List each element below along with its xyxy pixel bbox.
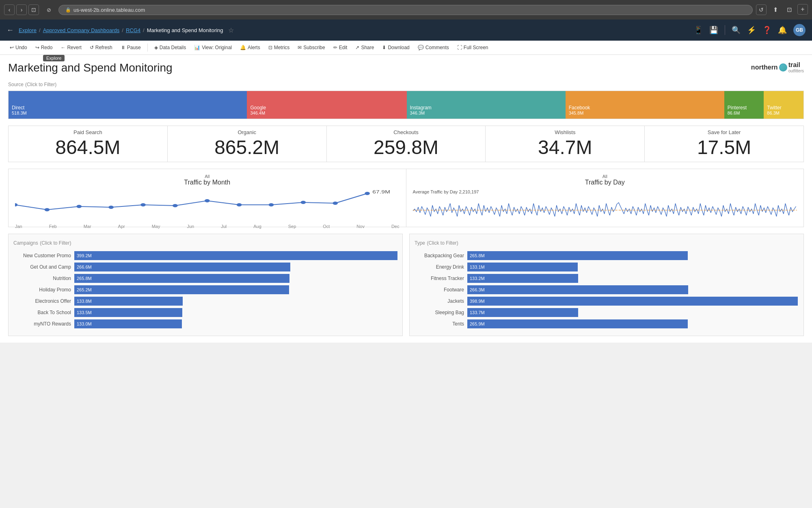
campaign-bar-value: 133.8M [77, 299, 92, 304]
source-bar[interactable]: Direct518.3MGoogle346.4MInstagram346.3MF… [8, 91, 804, 119]
month-label: Dec [391, 224, 400, 229]
type-bar-row[interactable]: Footware266.3M [415, 285, 799, 294]
type-bar-row[interactable]: Energy Drink133.1M [415, 263, 799, 271]
reload-button[interactable]: ↺ [756, 4, 767, 15]
data-details-button[interactable]: ◈ Data Details [151, 43, 189, 52]
page-title: Marketing and Spend Monitoring [8, 61, 173, 74]
full-screen-button[interactable]: ⛶ Full Screen [454, 43, 492, 52]
avg-traffic-label: Average Traffic by Day 2,210,197 [413, 189, 797, 194]
source-segment-value: 86.6M [728, 111, 761, 115]
bar-chart-icon: 📊 [194, 45, 200, 50]
campaign-bar-row[interactable]: New Customer Promo399.2M [13, 251, 397, 260]
campaign-bar-row[interactable]: Electronics Offer133.8M [13, 297, 397, 306]
share-button[interactable]: ↗ Share [352, 43, 377, 52]
campaign-bar-value: 265.2M [77, 287, 92, 292]
metrics-button[interactable]: ⊡ Metrics [265, 43, 293, 52]
save-icon[interactable]: 💾 [709, 26, 718, 35]
new-tab-button[interactable]: + [797, 4, 808, 15]
type-label: Sleeping Bag [415, 310, 467, 315]
edit-button[interactable]: ✏ Edit [330, 43, 351, 52]
type-bar-track: 266.3M [467, 285, 799, 294]
address-bar[interactable]: 🔒 us-west-2b.online.tableau.com [58, 5, 753, 15]
campaigns-title: Campaigns (Click to Filter) [13, 239, 397, 246]
source-segment-google[interactable]: Google346.4M [247, 91, 406, 119]
favorite-star-icon[interactable]: ☆ [228, 26, 234, 34]
type-bar-track: 133.7M [467, 308, 799, 317]
campaign-bar-track: 265.8M [74, 274, 397, 283]
traffic-month-main-label: Traffic by Month [184, 179, 230, 186]
month-label: Sep [288, 224, 296, 229]
user-avatar[interactable]: GB [793, 24, 806, 36]
type-bar-row[interactable]: Jackets398.9M [415, 297, 799, 306]
view-original-button[interactable]: 📊 View: Original [191, 43, 235, 52]
breadcrumb-approved[interactable]: Approved Company Dashboards [43, 27, 120, 33]
refresh-button[interactable]: ↺ Refresh [86, 43, 116, 52]
redo-button[interactable]: ↪ Redo [32, 43, 56, 52]
main-content: Marketing and Spend Monitoring northern … [0, 55, 812, 343]
mobile-view-icon[interactable]: 📱 [694, 26, 703, 35]
redo-icon: ↪ [35, 45, 39, 50]
source-segment-pinterest[interactable]: Pinterest86.6M [724, 91, 764, 119]
notifications-icon[interactable]: 🔔 [778, 26, 787, 35]
type-bar-row[interactable]: Backpacking Gear265.8M [415, 251, 799, 260]
type-label: Backpacking Gear [415, 253, 467, 258]
pause-button[interactable]: ⏸ Pause [117, 43, 144, 52]
source-segment-twitter[interactable]: Twitter86.3M [764, 91, 803, 119]
breadcrumb-sep-2: / [122, 27, 123, 33]
type-bar-row[interactable]: Fitness Tracker133.2M [415, 274, 799, 283]
subscribe-button[interactable]: ✉ Subscribe [294, 43, 328, 52]
source-segment-name: Instagram [410, 105, 562, 111]
campaign-bar-fill: 133.5M [74, 308, 182, 317]
breadcrumb-current-page: Marketing and Spend Monitoring [147, 27, 223, 33]
kpi-checkouts: Checkouts259.8M [327, 126, 486, 162]
metrics-icon: ⊡ [268, 45, 272, 50]
campaign-bar-row[interactable]: Back To School133.5M [13, 308, 397, 317]
shield-icon[interactable]: ⊘ [42, 3, 55, 16]
type-bar-row[interactable]: Sleeping Bag133.7M [415, 308, 799, 317]
source-segment-name: Twitter [767, 105, 800, 111]
type-title: Type (Click to Filter) [415, 239, 799, 246]
alerts-button[interactable]: 🔔 Alerts [237, 43, 263, 52]
source-segment-name: Facebook [569, 105, 721, 111]
help-icon[interactable]: ❓ [762, 26, 771, 35]
type-bar-value: 266.3M [470, 287, 485, 292]
tab-view-button[interactable]: ⊡ [28, 4, 39, 15]
source-segment-direct[interactable]: Direct518.3M [9, 91, 247, 119]
reading-mode-button[interactable]: ⊡ [784, 4, 795, 15]
type-title-text: Type [415, 240, 425, 246]
month-label: Mar [84, 224, 91, 229]
back-button[interactable]: ‹ [4, 4, 15, 15]
undo-button[interactable]: ↩ Undo [6, 43, 30, 52]
search-icon[interactable]: 🔍 [732, 26, 741, 35]
edit-icon: ✏ [333, 45, 337, 50]
logo-sub: outfitters [788, 69, 804, 73]
star-notifications-icon[interactable]: ⚡ [747, 26, 756, 35]
type-bar-row[interactable]: Tents265.9M [415, 319, 799, 328]
download-icon: ⬇ [382, 45, 386, 50]
campaign-label: Nutrition [13, 276, 74, 281]
campaign-bar-row[interactable]: myNTO Rewards133.0M [13, 319, 397, 328]
campaign-bar-row[interactable]: Nutrition265.8M [13, 274, 397, 283]
svg-point-4 [140, 203, 146, 206]
comments-button[interactable]: 💬 Comments [415, 43, 452, 52]
source-segment-facebook[interactable]: Facebook345.8M [566, 91, 724, 119]
type-bar-fill: 265.8M [467, 251, 688, 260]
logo-area: northern trail outfitters [751, 61, 804, 73]
svg-point-7 [237, 203, 242, 206]
revert-button[interactable]: ← Revert [57, 43, 84, 52]
browser-nav-buttons: ‹ › ⊡ [4, 4, 39, 15]
campaign-bar-row[interactable]: Holiday Promo265.2M [13, 285, 397, 294]
share-browser-button[interactable]: ⬆ [770, 4, 781, 15]
svg-point-5 [173, 204, 178, 207]
breadcrumb-rcg4[interactable]: RCG4 [126, 27, 140, 33]
download-button[interactable]: ⬇ Download [379, 43, 412, 52]
breadcrumb-back-arrow[interactable]: ← [6, 26, 14, 35]
campaign-bar-row[interactable]: Get Out and Camp266.6M [13, 263, 397, 271]
breadcrumb-explore[interactable]: Explore [19, 27, 37, 33]
type-bar-track: 265.8M [467, 251, 799, 260]
svg-text:67.9M: 67.9M [372, 190, 390, 194]
forward-button[interactable]: › [16, 4, 27, 15]
type-label: Energy Drink [415, 264, 467, 270]
campaign-label: Get Out and Camp [13, 264, 74, 270]
source-segment-instagram[interactable]: Instagram346.3M [407, 91, 566, 119]
